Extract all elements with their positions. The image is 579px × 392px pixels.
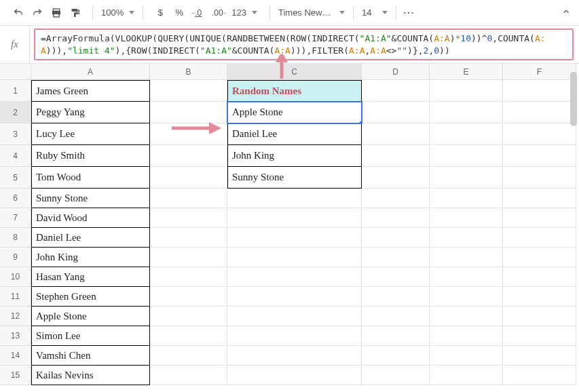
cell[interactable] xyxy=(430,208,503,228)
cell[interactable]: Vamshi Chen xyxy=(31,346,150,366)
cell[interactable] xyxy=(430,123,503,145)
vertical-scrollbar[interactable] xyxy=(569,42,578,392)
row-header[interactable]: 15 xyxy=(0,366,31,385)
row-header[interactable]: 7 xyxy=(0,208,31,228)
cell[interactable] xyxy=(362,80,430,102)
cell[interactable] xyxy=(430,248,503,267)
cell[interactable]: Peggy Yang xyxy=(31,102,150,123)
cell[interactable] xyxy=(503,167,576,189)
cell[interactable]: Apple Stone xyxy=(31,307,150,326)
cell[interactable] xyxy=(430,228,503,248)
cell[interactable] xyxy=(503,366,576,385)
cell[interactable]: Sunny Stone xyxy=(31,189,150,208)
row-header[interactable]: 8 xyxy=(0,228,31,248)
cell[interactable] xyxy=(150,307,227,326)
col-header-d[interactable]: D xyxy=(362,64,430,80)
cell[interactable] xyxy=(503,189,576,208)
print-button[interactable] xyxy=(48,4,65,22)
decrease-decimal-button[interactable]: .0← xyxy=(189,4,207,22)
cell[interactable] xyxy=(362,346,430,366)
cell[interactable] xyxy=(227,366,362,385)
cell[interactable] xyxy=(362,267,430,287)
cell[interactable] xyxy=(362,189,430,208)
cell[interactable] xyxy=(150,366,227,385)
cell[interactable] xyxy=(150,326,227,346)
increase-decimal-button[interactable]: .00→ xyxy=(208,4,226,22)
cell[interactable] xyxy=(362,145,430,167)
cell[interactable] xyxy=(227,189,362,208)
cell[interactable] xyxy=(150,80,227,102)
cell[interactable] xyxy=(503,287,576,307)
redo-button[interactable] xyxy=(29,4,46,22)
cell[interactable]: John King xyxy=(31,248,150,267)
cell[interactable] xyxy=(227,346,362,366)
cell[interactable] xyxy=(503,326,576,346)
cell[interactable] xyxy=(362,287,430,307)
cell[interactable] xyxy=(503,145,576,167)
cell[interactable] xyxy=(227,208,362,228)
cell[interactable]: Ruby Smith xyxy=(31,145,150,167)
cell[interactable] xyxy=(150,287,227,307)
cell[interactable] xyxy=(150,208,227,228)
cell[interactable]: Stephen Green xyxy=(31,287,150,307)
cell[interactable] xyxy=(430,326,503,346)
cell[interactable]: John King xyxy=(227,145,362,167)
cell[interactable] xyxy=(227,307,362,326)
undo-button[interactable] xyxy=(10,4,27,22)
cell[interactable] xyxy=(430,267,503,287)
row-header[interactable]: 5 xyxy=(0,167,31,189)
cell[interactable] xyxy=(503,80,576,102)
scroll-thumb[interactable] xyxy=(570,72,577,126)
cell[interactable]: Apple Stone xyxy=(227,102,362,123)
cell[interactable] xyxy=(430,307,503,326)
cell[interactable] xyxy=(430,145,503,167)
cell[interactable] xyxy=(430,189,503,208)
cell[interactable] xyxy=(150,267,227,287)
col-header-b[interactable]: B xyxy=(150,64,227,80)
cell[interactable] xyxy=(430,167,503,189)
currency-button[interactable]: $ xyxy=(151,4,169,22)
cell[interactable]: Random Names xyxy=(227,80,362,102)
cell[interactable] xyxy=(362,167,430,189)
cell[interactable] xyxy=(362,326,430,346)
more-tools-button[interactable]: ··· xyxy=(400,4,418,22)
cell[interactable] xyxy=(150,228,227,248)
col-header-e[interactable]: E xyxy=(430,64,503,80)
cell[interactable]: Lucy Lee xyxy=(31,123,150,145)
row-header[interactable]: 1 xyxy=(0,80,31,102)
cell[interactable] xyxy=(227,326,362,346)
cell[interactable]: Sunny Stone xyxy=(227,167,362,189)
cell[interactable] xyxy=(227,287,362,307)
zoom-dropdown[interactable]: 100% xyxy=(97,7,138,18)
cell[interactable] xyxy=(430,102,503,123)
cell[interactable] xyxy=(227,228,362,248)
col-header-f[interactable]: F xyxy=(503,64,576,80)
cell[interactable] xyxy=(503,248,576,267)
cell[interactable]: Hasan Yang xyxy=(31,267,150,287)
cell[interactable]: Tom Wood xyxy=(31,167,150,189)
cell[interactable] xyxy=(150,145,227,167)
paint-format-button[interactable] xyxy=(67,4,84,22)
cell[interactable] xyxy=(362,102,430,123)
collapse-toolbar-button[interactable] xyxy=(561,7,571,18)
cell[interactable] xyxy=(503,208,576,228)
cell[interactable]: Daniel Lee xyxy=(31,228,150,248)
percent-button[interactable]: % xyxy=(170,4,188,22)
row-header[interactable]: 9 xyxy=(0,248,31,267)
cell[interactable] xyxy=(362,123,430,145)
cell[interactable] xyxy=(503,346,576,366)
cell[interactable] xyxy=(150,189,227,208)
col-header-a[interactable]: A xyxy=(31,64,150,80)
cell[interactable] xyxy=(150,102,227,123)
cell[interactable] xyxy=(362,307,430,326)
cell[interactable] xyxy=(362,228,430,248)
font-family-dropdown[interactable]: Times New… xyxy=(274,7,349,18)
cell[interactable] xyxy=(150,248,227,267)
cell[interactable] xyxy=(503,307,576,326)
cell[interactable] xyxy=(430,366,503,385)
cell[interactable]: Simon Lee xyxy=(31,326,150,346)
cell[interactable] xyxy=(362,208,430,228)
cell[interactable] xyxy=(150,123,227,145)
cell[interactable]: David Wood xyxy=(31,208,150,228)
row-header[interactable]: 4 xyxy=(0,145,31,167)
